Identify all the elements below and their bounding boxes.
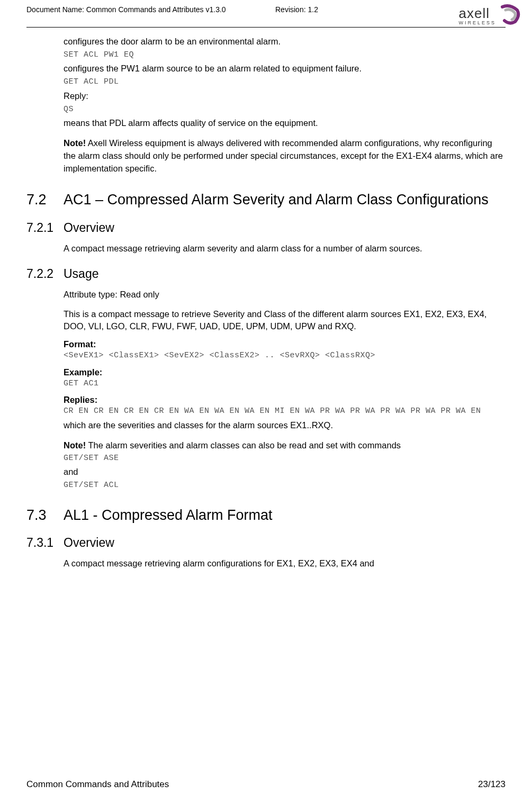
- heading-title: AL1 - Compressed Alarm Format: [64, 507, 273, 523]
- note-label: Note!: [64, 138, 86, 148]
- heading-title: Usage: [64, 267, 98, 281]
- body-text: and: [64, 466, 506, 479]
- code-block: GET/SET ACL: [64, 480, 506, 491]
- heading-title: Overview: [64, 536, 114, 549]
- code-block: CR EN CR EN CR EN CR EN WA EN WA EN WA E…: [64, 406, 506, 417]
- logo-swirl-icon: [498, 3, 521, 28]
- section-heading-7-2: 7.2 AC1 – Compressed Alarm Severity and …: [26, 191, 506, 209]
- body-text: configures the PW1 alarm source to be an…: [64, 62, 506, 75]
- body-text: means that PDL alarm affects quality of …: [64, 117, 506, 130]
- logo-text-main: axell: [458, 5, 489, 22]
- attribute-type: Attribute type: Read only: [64, 288, 506, 301]
- page-header: Document Name: Common Commands and Attri…: [26, 0, 506, 14]
- section-heading-7-2-2: 7.2.2 Usage: [26, 267, 506, 281]
- heading-number: 7.2: [26, 191, 47, 209]
- note-text: The alarm severities and alarm classes c…: [86, 440, 401, 450]
- section-heading-7-3: 7.3 AL1 - Compressed Alarm Format: [26, 507, 506, 525]
- footer-title: Common Commands and Attributes: [26, 779, 169, 790]
- code-block: QS: [64, 104, 506, 115]
- body-text: which are the severities and classes for…: [64, 419, 506, 432]
- heading-title: AC1 – Compressed Alarm Severity and Alar…: [64, 192, 489, 207]
- page-number: 23/123: [478, 779, 506, 790]
- logo-text-sub: WIRELESS: [458, 20, 496, 25]
- note-text: Axell Wireless equipment is always deliv…: [64, 138, 503, 173]
- body-text: A compact message retrieving alarm confi…: [64, 557, 506, 570]
- page-content: configures the door alarm to be an envir…: [26, 35, 506, 570]
- code-block: <SevEX1> <ClassEX1> <SevEX2> <ClassEX2> …: [64, 350, 506, 361]
- note-block: Note! Axell Wireless equipment is always…: [64, 137, 506, 175]
- heading-number: 7.3: [26, 507, 47, 525]
- heading-number: 7.2.1: [26, 221, 53, 235]
- page-footer: Common Commands and Attributes 23/123: [26, 779, 506, 790]
- heading-title: Overview: [64, 221, 114, 234]
- usage-description: This is a compact message to retrieve Se…: [64, 308, 506, 333]
- section-heading-7-2-1: 7.2.1 Overview: [26, 221, 506, 235]
- heading-number: 7.2.2: [26, 267, 53, 281]
- doc-name: Document Name: Common Commands and Attri…: [26, 5, 506, 14]
- format-label: Format:: [64, 339, 506, 349]
- code-block: GET AC1: [64, 378, 506, 389]
- note-block: Note! The alarm severities and alarm cla…: [64, 439, 506, 452]
- replies-label: Replies:: [64, 395, 506, 405]
- note-label: Note!: [64, 440, 86, 450]
- code-block: GET ACL PDL: [64, 77, 506, 87]
- body-text: A compact message retrieving alarm sever…: [64, 242, 506, 255]
- brand-logo: axell WIRELESS: [458, 3, 521, 28]
- revision-label: Revision: 1.2: [275, 5, 318, 14]
- section-heading-7-3-1: 7.3.1 Overview: [26, 536, 506, 550]
- code-block: GET/SET ASE: [64, 453, 506, 464]
- code-block: SET ACL PW1 EQ: [64, 50, 506, 60]
- heading-number: 7.3.1: [26, 536, 53, 550]
- header-divider: [26, 27, 506, 28]
- reply-label: Reply:: [64, 90, 506, 103]
- body-text: configures the door alarm to be an envir…: [64, 35, 506, 48]
- example-label: Example:: [64, 367, 506, 377]
